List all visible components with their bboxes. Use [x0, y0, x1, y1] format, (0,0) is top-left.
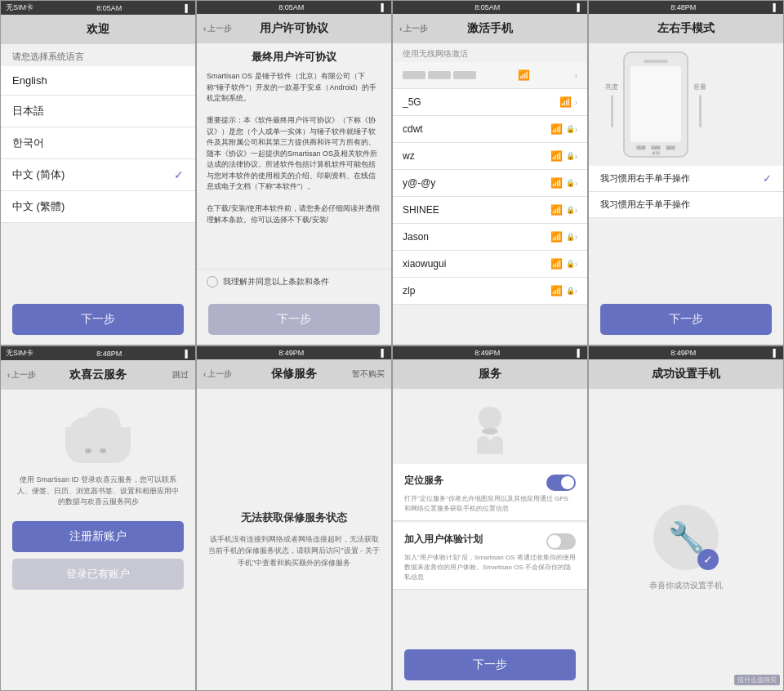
repair-description: 该手机没有连接到网络或者网络连接超时，无法获取当前手机的保修服务状态，请联网后访…	[208, 533, 380, 568]
brightness-bar	[611, 95, 613, 127]
bottom-btn-area-4: 下一步	[589, 294, 783, 345]
nav-bar-8: 成功设置手机	[589, 359, 783, 389]
screen-wifi: 8:05AM ▌ ‹ 上一步 激活手机 使用无线网络激活 📶 › _5G 📶	[392, 0, 588, 346]
wifi-item-zlp[interactable]: zlp 📶 🔒 ›	[393, 278, 587, 305]
next-button-4[interactable]: 下一步	[600, 304, 772, 335]
carrier-1: 无SIM卡	[6, 2, 33, 13]
wifi-item-cdwt[interactable]: cdwt 📶 🔒 ›	[393, 116, 587, 143]
status-bar-4: 8:48PM ▌	[589, 1, 783, 14]
eula-scroll[interactable]: 最终用户许可协议 Smartisan OS 是锤子软件（北京）有限公司（下称"锤…	[197, 43, 391, 269]
experience-toggle[interactable]	[546, 533, 576, 550]
wifi-arrow-y: ›	[575, 179, 577, 188]
wifi-item-y[interactable]: y@-@y 📶 🔒 ›	[393, 170, 587, 197]
wifi-name-y: y@-@y	[403, 177, 550, 189]
experience-service-desc: 加入"用户体验计划"后，Smartisan OS 将通过收集你的使用数据来改善你…	[404, 553, 576, 582]
lang-item-traditional[interactable]: 中文 (繁體)	[1, 191, 195, 223]
wifi-arrow-jason: ›	[575, 233, 577, 242]
experience-service-section: 加入用户体验计划 加入"用户体验计划"后，Smartisan OS 将通过收集你…	[393, 523, 587, 590]
eula-title: 最终用户许可协议	[207, 50, 381, 65]
tool-icon: 🔧	[668, 520, 705, 555]
wifi-item-jason[interactable]: Jason 📶 🔒 ›	[393, 224, 587, 251]
next-button-1[interactable]: 下一步	[12, 304, 184, 335]
back-button-3[interactable]: ‹ 上一步	[399, 23, 428, 34]
screen-repair: 8:49PM ▌ ‹ 上一步 保修服务 暂不购买 无法获取保修服务状态 该手机没…	[196, 346, 392, 691]
lang-item-japanese[interactable]: 日本語	[1, 96, 195, 127]
nav-title-7: 服务	[479, 367, 501, 381]
login-button[interactable]: 登录已有账户	[12, 559, 184, 590]
buttons-illustration: 亮屏 回到桌面 返回	[636, 145, 675, 149]
battery-1: ▌	[185, 4, 190, 12]
experience-service-name: 加入用户体验计划	[404, 533, 483, 546]
battery-4: ▌	[773, 3, 778, 11]
wifi-name-5g: _5G	[403, 96, 559, 108]
wifi-lock-cdwt: 🔒	[566, 125, 575, 133]
skip-button-5[interactable]: 跳过	[172, 369, 189, 381]
next-button-7[interactable]: 下一步	[404, 649, 576, 680]
svg-rect-5	[490, 443, 503, 454]
nav-title-5: 欢喜云服务	[69, 368, 127, 382]
wifi-signal-icon-cdwt: 📶	[550, 123, 563, 135]
screen-success: 8:49PM ▌ 成功设置手机 🔧 ✓ 恭喜你成功设置手机 值什么值得买	[588, 346, 784, 691]
checkbox-icon[interactable]	[207, 276, 218, 288]
speaker-illustration	[644, 60, 668, 63]
bottom-btn-area-2: 下一步	[197, 294, 391, 345]
back-button-5[interactable]: ‹ 上一步	[7, 369, 36, 381]
lang-item-english[interactable]: English	[1, 66, 195, 96]
wifi-signal-icon-hidden: 📶	[518, 69, 530, 81]
wifi-item-hidden[interactable]: 📶 ›	[393, 62, 587, 89]
wifi-name-jason: Jason	[403, 231, 550, 243]
tool-icon-circle: 🔧 ✓	[653, 505, 719, 570]
success-check-icon: ✓	[697, 549, 719, 570]
brightness-label: 亮度	[605, 82, 618, 91]
wifi-item-wz[interactable]: wz 📶 🔒 ›	[393, 143, 587, 170]
repair-title: 无法获取保修服务状态	[241, 510, 347, 525]
success-content: 🔧 ✓ 恭喜你成功设置手机	[589, 389, 783, 690]
eula-content-area: 最终用户许可协议 Smartisan OS 是锤子软件（北京）有限公司（下称"锤…	[197, 43, 391, 345]
back-label-3: 上一步	[403, 23, 428, 34]
right-hand-check-icon: ✓	[763, 172, 772, 185]
cloud-right-bump	[83, 408, 121, 445]
next-button-2[interactable]: 下一步	[208, 304, 380, 335]
watermark: 值什么值得买	[734, 675, 780, 685]
lang-subtitle: 请您选择系统语言	[1, 44, 195, 66]
lang-item-korean[interactable]: 한국어	[1, 127, 195, 159]
back-arrow-3: ‹	[399, 25, 402, 33]
experience-toggle-row: 加入用户体验计划	[404, 533, 576, 550]
wifi-lock-wz: 🔒	[566, 152, 575, 160]
wifi-item-5g[interactable]: _5G 📶 ›	[393, 89, 587, 116]
skip-button-6[interactable]: 暂不购买	[352, 368, 385, 380]
cloud-eyes	[85, 448, 106, 453]
volume-bar	[699, 95, 702, 127]
eula-checkbox-row[interactable]: 我理解并同意以上条款和条件	[197, 269, 391, 294]
wifi-lock-y: 🔒	[566, 179, 575, 187]
location-service-desc: 打开"定位服务"你将允许地图应用以及其他应用通过 GPS 和网络位置服务获取手机…	[404, 494, 576, 514]
right-hand-label: 我习惯用右手单手操作	[600, 172, 690, 185]
location-service-section: 定位服务 打开"定位服务"你将允许地图应用以及其他应用通过 GPS 和网络位置服…	[393, 464, 587, 521]
btn-home: 回到桌面	[651, 145, 661, 149]
right-hand-option[interactable]: 我习惯用右手单手操作 ✓	[589, 166, 783, 192]
check-icon-simplified: ✓	[174, 168, 184, 181]
status-bar-5: 无SIM卡 8:48PM ▌	[1, 346, 195, 360]
register-button[interactable]: 注册新账户	[12, 521, 184, 552]
left-hand-label: 我习惯用左手单手操作	[600, 198, 690, 211]
phone-illustration-area: 亮度 亮屏 回到桌面 返回 音量	[589, 43, 783, 166]
status-bar-8: 8:49PM ▌	[589, 346, 783, 359]
left-hand-option[interactable]: 我习惯用左手单手操作	[589, 192, 783, 218]
back-button-6[interactable]: ‹ 上一步	[203, 368, 232, 380]
nav-title-3: 激活手机	[467, 21, 513, 36]
checkbox-label: 我理解并同意以上条款和条件	[223, 276, 329, 288]
wifi-signal-icon-xiaowugui: 📶	[550, 258, 563, 270]
wifi-name-xiaowugui: xiaowugui	[403, 258, 550, 270]
location-toggle[interactable]	[546, 475, 576, 491]
svg-rect-3	[477, 443, 490, 454]
wifi-item-xiaowugui[interactable]: xiaowugui 📶 🔒 ›	[393, 251, 587, 278]
lang-item-simplified[interactable]: 中文 (简体) ✓	[1, 159, 195, 191]
wifi-section-title: 使用无线网络激活	[393, 43, 587, 62]
time-2: 8:05AM	[278, 3, 304, 11]
cloud-right-eye	[100, 448, 106, 453]
nav-title-1: 欢迎	[87, 22, 109, 37]
back-button-2[interactable]: ‹ 上一步	[203, 23, 232, 34]
wifi-item-shinee[interactable]: SHINEE 📶 🔒 ›	[393, 197, 587, 224]
nav-bar-2: ‹ 上一步 用户许可协议	[197, 14, 391, 43]
nav-bar-7: 服务	[393, 359, 587, 389]
